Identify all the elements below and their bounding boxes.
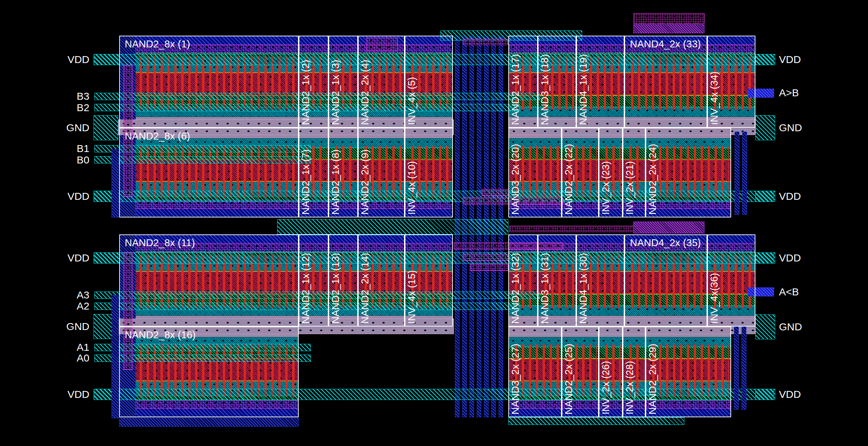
cell-label: NAND2_1x (8): [330, 131, 341, 217]
routing-shape: [508, 417, 684, 425]
routing-shape: [463, 39, 508, 45]
routing-shape: [119, 418, 299, 427]
pin-label-a2: A2: [41, 300, 89, 313]
pin-stub-vdd: [94, 54, 118, 65]
cell-label: NAND2_2x (9): [359, 131, 371, 217]
cell-label: INV_4x (34): [708, 38, 720, 128]
layout-canvas: NAND2_8x (1)NAND2_1x (2)NAND2_1x (3)NAND…: [0, 0, 868, 446]
cell-label: NAND4_2x (35): [630, 237, 706, 250]
cell-label: NAND2_2x (22): [563, 131, 575, 217]
pin-stub-vdd: [755, 191, 775, 202]
cell-label: NAND3_2x (20): [509, 131, 521, 217]
cell-label: NAND2_1x (13): [330, 237, 341, 327]
pin-label-vdd: VDD: [41, 251, 89, 265]
cell-nand2-2x-29[interactable]: [646, 327, 731, 417]
routing-shape: [633, 24, 704, 33]
routing-shape: [742, 132, 747, 215]
routing-shape: [734, 327, 739, 410]
pin-stub-gnd: [755, 115, 775, 140]
cell-label: INV_2x (21): [624, 131, 635, 217]
pin-label-vdd: VDD: [41, 388, 89, 401]
pin-label-a-b: A>B: [779, 86, 834, 99]
pin-label-b2: B2: [41, 101, 89, 114]
routing-shape: [463, 254, 509, 261]
pin-label-gnd: GND: [41, 320, 89, 333]
routing-shape: [470, 264, 508, 271]
routing-shape: [482, 189, 509, 196]
cell-label: NAND4_1x (30): [577, 237, 589, 327]
routing-shape: [633, 222, 704, 233]
pin-label-a-b: A<B: [779, 285, 834, 298]
cell-label: NAND2_8x (11): [125, 237, 297, 250]
cell-label: INV_4x (10): [406, 131, 418, 217]
pin-label-gnd: GND: [779, 320, 834, 333]
pin-stub-vdd: [755, 54, 775, 65]
cell-label: NAND4_2x (33): [630, 38, 706, 52]
pin-label-vdd: VDD: [779, 251, 834, 265]
routing-shape: [112, 149, 119, 217]
pin-label-gnd: GND: [41, 121, 89, 134]
routing-shape: [633, 13, 704, 24]
cell-label: NAND2_8x (6): [125, 131, 297, 144]
cell-label: NAND3_2x (27): [509, 329, 521, 417]
cell-label: NAND2_2x (24): [647, 131, 658, 217]
cell-label: INV_2x (26): [600, 329, 612, 417]
cell-label: NAND2_8x (16): [125, 329, 297, 342]
routing-shape: [735, 132, 739, 215]
cell-label: NAND2_1x (2): [300, 38, 312, 128]
pin-stub-vdd: [755, 389, 775, 400]
cell-label: NAND3_1x (18): [539, 38, 551, 128]
cell-label: NAND2_1x (17): [509, 38, 521, 128]
pin-label-gnd: GND: [779, 121, 834, 134]
cell-label: NAND2_2x (4): [359, 38, 371, 128]
pin-stub-gnd: [94, 115, 118, 140]
routing-shape: [112, 295, 119, 418]
pin-label-vdd: VDD: [41, 53, 89, 66]
pin-label-vdd: VDD: [779, 53, 834, 66]
pin-label-a0: A0: [41, 351, 89, 365]
cell-label: NAND2_1x (3): [330, 38, 341, 128]
cell-label: NAND2_1x (7): [300, 131, 312, 217]
pin-stub-vdd: [94, 252, 118, 264]
routing-shape: [509, 226, 634, 232]
pin-label-vdd: VDD: [779, 190, 834, 203]
routing-shape: [742, 327, 746, 410]
pin-stub-gnd: [755, 314, 775, 339]
cell-label: NAND2_2x (25): [563, 329, 575, 417]
routing-shape: [277, 219, 508, 234]
cell-nand2-2x-24[interactable]: [646, 128, 731, 217]
cell-label: NAND4_1x (19): [577, 38, 589, 128]
cell-label: NAND2_1x (12): [300, 237, 312, 327]
pin-label-vdd: VDD: [779, 388, 834, 401]
pin-stub-vdd: [755, 252, 775, 264]
cell-label: INV_2x (23): [600, 131, 612, 217]
cell-label: INV_4x(36): [708, 237, 720, 327]
cell-label: INV_4x (15): [406, 237, 418, 327]
cell-label: NAND3_1x (31): [539, 237, 551, 327]
cell-label: INV_2x (28): [624, 329, 635, 417]
cell-label: NAND2_8x (1): [125, 38, 297, 52]
cell-label: NAND2_2x (14): [359, 237, 371, 327]
cell-label: NAND2_1x (32): [509, 237, 521, 327]
pin-label-b0: B0: [41, 153, 89, 167]
cell-label: INV_4x (5): [406, 38, 418, 128]
cell-label: NAND2_2x (29): [647, 329, 658, 417]
pin-label-vdd: VDD: [41, 190, 89, 203]
